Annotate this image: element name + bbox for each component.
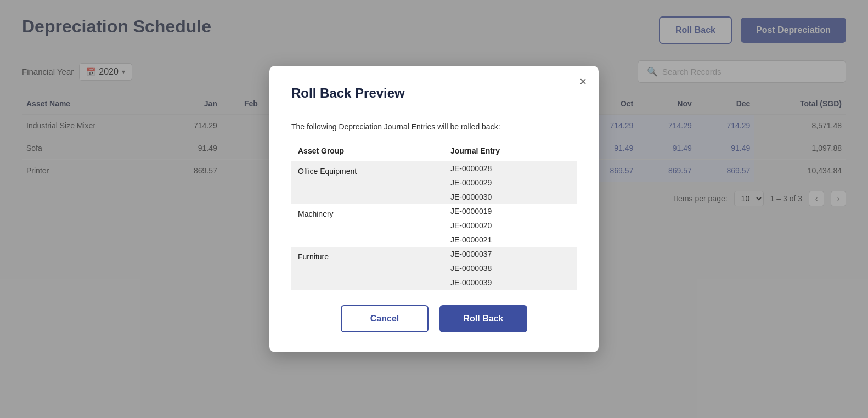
journal-entry-cell: JE-0000038: [444, 261, 577, 275]
modal-close-button[interactable]: ×: [579, 76, 587, 88]
asset-group-cell: Furniture: [291, 247, 444, 290]
modal-col-journal-entry: Journal Entry: [444, 142, 577, 161]
journal-entry-cell: JE-0000028: [444, 161, 577, 176]
journal-entry-cell: JE-0000037: [444, 247, 577, 261]
modal-entries-table: Asset Group Journal Entry Office Equipme…: [291, 142, 577, 290]
table-row: Machinery JE-0000019: [291, 204, 577, 218]
modal-buttons: Cancel Roll Back: [291, 305, 577, 332]
journal-entry-cell: JE-0000021: [444, 233, 577, 247]
asset-group-cell: Machinery: [291, 204, 444, 247]
journal-entry-cell: JE-0000029: [444, 176, 577, 190]
modal-dialog: × Roll Back Preview The following Deprec…: [269, 66, 599, 352]
journal-entry-cell: JE-0000019: [444, 204, 577, 218]
rollback-modal-button[interactable]: Roll Back: [439, 305, 527, 332]
journal-entry-cell: JE-0000020: [444, 218, 577, 233]
table-row: Furniture JE-0000037: [291, 247, 577, 261]
modal-title: Roll Back Preview: [291, 86, 577, 101]
table-row: Office Equipment JE-0000028: [291, 161, 577, 176]
journal-entry-cell: JE-0000030: [444, 190, 577, 204]
modal-overlay: × Roll Back Preview The following Deprec…: [0, 0, 868, 418]
asset-group-cell: Office Equipment: [291, 161, 444, 205]
modal-divider: [291, 111, 577, 111]
modal-col-asset-group: Asset Group: [291, 142, 444, 161]
modal-description: The following Depreciation Journal Entri…: [291, 122, 577, 131]
cancel-button[interactable]: Cancel: [341, 305, 429, 332]
journal-entry-cell: JE-0000039: [444, 275, 577, 290]
